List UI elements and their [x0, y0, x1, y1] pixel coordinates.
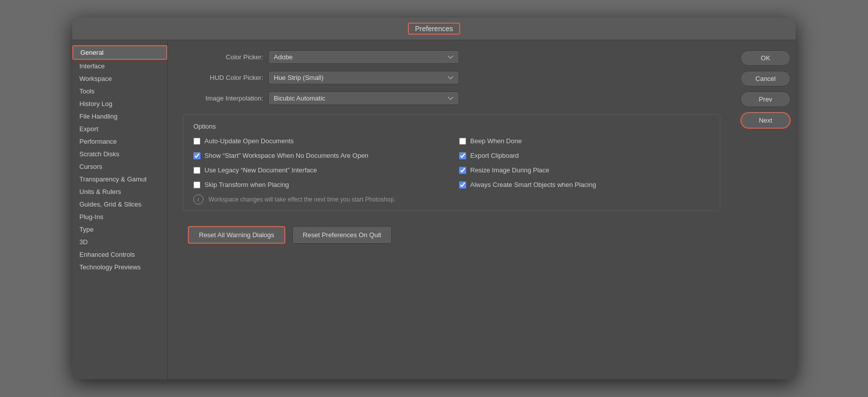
checkbox-label-skip-transform: Skip Transform when Placing: [204, 181, 289, 188]
bottom-buttons: Reset All Warning Dialogs Reset Preferen…: [183, 226, 720, 249]
hud-color-picker-row: HUD Color Picker: Hue Strip (Small) Hue …: [183, 71, 720, 84]
sidebar-item-technology-previews[interactable]: Technology Previews: [72, 261, 167, 273]
checkbox-resize-image-during-place[interactable]: [459, 167, 466, 174]
title-bar: Preferences: [72, 18, 796, 40]
checkbox-row-export-clipboard: Export Clipboard: [459, 152, 710, 159]
checkbox-export-clipboard[interactable]: [459, 152, 466, 159]
checkbox-auto-update[interactable]: [193, 138, 200, 145]
sidebar-item-workspace[interactable]: Workspace: [72, 72, 167, 85]
checkbox-show-start-workspace[interactable]: [193, 152, 200, 159]
sidebar-item-export[interactable]: Export: [72, 123, 167, 135]
options-title: Options: [193, 123, 710, 130]
checkbox-label-auto-update: Auto-Update Open Documents: [204, 137, 294, 145]
checkbox-row-auto-update: Auto-Update Open Documents: [193, 137, 444, 145]
next-button[interactable]: Next: [740, 112, 791, 129]
checkbox-label-show-start-workspace: Show “Start” Workspace When No Documents…: [204, 152, 368, 159]
sidebar-item-type[interactable]: Type: [72, 223, 167, 236]
options-box: Options Auto-Update Open DocumentsBeep W…: [183, 114, 720, 211]
info-text: Workspace changes will take effect the n…: [208, 196, 395, 203]
checkbox-beep-when-done[interactable]: [459, 138, 466, 145]
checkbox-row-show-start-workspace: Show “Start” Workspace When No Documents…: [193, 152, 444, 159]
sidebar-item-guides-grid-slices[interactable]: Guides, Grid & Slices: [72, 198, 167, 211]
sidebar: GeneralInterfaceWorkspaceToolsHistory Lo…: [72, 40, 168, 379]
image-interpolation-select[interactable]: Bicubic Automatic Nearest Neighbor Bilin…: [268, 91, 459, 105]
checkbox-row-beep-when-done: Beep When Done: [459, 137, 710, 145]
checkbox-label-use-legacy-new-doc: Use Legacy “New Document” Interface: [204, 166, 317, 174]
checkbox-row-use-legacy-new-doc: Use Legacy “New Document” Interface: [193, 166, 444, 174]
cancel-button[interactable]: Cancel: [740, 71, 791, 86]
preferences-dialog: Preferences GeneralInterfaceWorkspaceToo…: [72, 18, 796, 379]
color-picker-label: Color Picker:: [183, 53, 263, 61]
checkbox-label-beep-when-done: Beep When Done: [470, 137, 522, 145]
checkbox-use-legacy-new-doc[interactable]: [193, 167, 200, 174]
options-grid: Auto-Update Open DocumentsBeep When Done…: [193, 137, 710, 188]
color-picker-row: Color Picker: Adobe Windows Mac OS: [183, 50, 720, 64]
sidebar-item-interface[interactable]: Interface: [72, 60, 167, 72]
sidebar-item-plug-ins[interactable]: Plug-Ins: [72, 211, 167, 223]
info-row: i Workspace changes will take effect the…: [193, 194, 710, 205]
checkbox-label-resize-image-during-place: Resize Image During Place: [470, 166, 550, 174]
right-buttons: OK Cancel Prev Next: [735, 40, 796, 379]
prev-button[interactable]: Prev: [740, 91, 791, 107]
image-interpolation-row: Image Interpolation: Bicubic Automatic N…: [183, 91, 720, 105]
sidebar-item-tools[interactable]: Tools: [72, 85, 167, 97]
checkbox-always-create-smart-objects[interactable]: [459, 181, 466, 188]
reset-warning-dialogs-button[interactable]: Reset All Warning Dialogs: [188, 226, 285, 244]
dialog-body: GeneralInterfaceWorkspaceToolsHistory Lo…: [72, 40, 796, 379]
sidebar-item-cursors[interactable]: Cursors: [72, 160, 167, 173]
sidebar-item-3d[interactable]: 3D: [72, 236, 167, 248]
sidebar-item-history-log[interactable]: History Log: [72, 97, 167, 110]
checkbox-skip-transform[interactable]: [193, 181, 200, 188]
checkbox-row-resize-image-during-place: Resize Image During Place: [459, 166, 710, 174]
sidebar-item-scratch-disks[interactable]: Scratch Disks: [72, 148, 167, 160]
hud-color-picker-select[interactable]: Hue Strip (Small) Hue Strip (Medium) Hue…: [268, 71, 459, 84]
main-content: Color Picker: Adobe Windows Mac OS HUD C…: [168, 40, 735, 379]
ok-button[interactable]: OK: [740, 50, 791, 66]
info-icon: i: [193, 194, 203, 205]
sidebar-item-enhanced-controls[interactable]: Enhanced Controls: [72, 248, 167, 261]
image-interpolation-label: Image Interpolation:: [183, 94, 263, 102]
hud-color-picker-label: HUD Color Picker:: [183, 74, 263, 81]
sidebar-item-performance[interactable]: Performance: [72, 135, 167, 148]
checkbox-label-export-clipboard: Export Clipboard: [470, 152, 519, 159]
sidebar-item-general[interactable]: General: [72, 45, 167, 60]
checkbox-label-always-create-smart-objects: Always Create Smart Objects when Placing: [470, 181, 596, 188]
sidebar-item-file-handling[interactable]: File Handling: [72, 110, 167, 123]
reset-preferences-on-quit-button[interactable]: Reset Preferences On Quit: [292, 226, 392, 244]
sidebar-item-units-rulers[interactable]: Units & Rulers: [72, 185, 167, 198]
dialog-title: Preferences: [408, 23, 460, 35]
sidebar-item-transparency-gamut[interactable]: Transparency & Gamut: [72, 173, 167, 185]
checkbox-row-skip-transform: Skip Transform when Placing: [193, 181, 444, 188]
checkbox-row-always-create-smart-objects: Always Create Smart Objects when Placing: [459, 181, 710, 188]
color-picker-select[interactable]: Adobe Windows Mac OS: [268, 50, 459, 64]
